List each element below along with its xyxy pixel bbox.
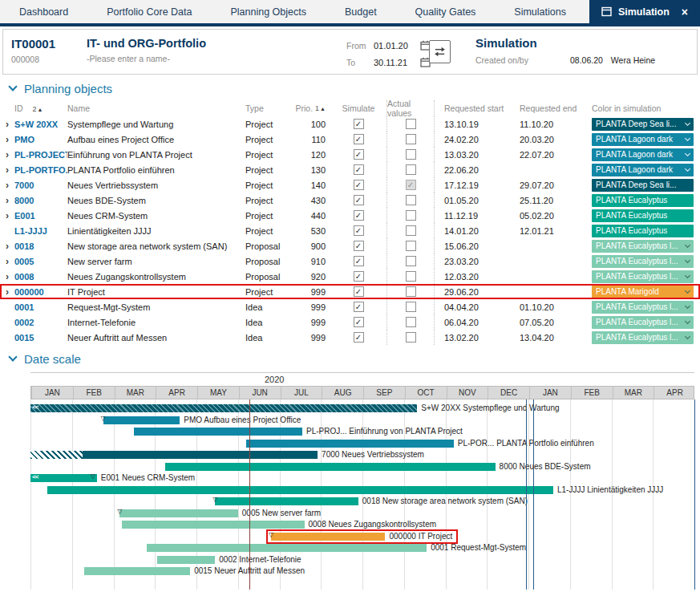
expand-arrow-icon[interactable]: › xyxy=(0,149,14,160)
table-row[interactable]: ›PMOAufbau eines Project OfficeProject11… xyxy=(0,132,700,147)
table-row[interactable]: ›E001Neues CRM-SystemProject440✓11.12.19… xyxy=(0,208,700,223)
gantt-bar[interactable] xyxy=(165,463,495,471)
color-in-simulation-dropdown[interactable]: PLANTA Deep Sea li... xyxy=(592,118,694,131)
color-in-simulation-dropdown[interactable]: PLANTA Eucalyptus xyxy=(592,209,694,222)
col-header-id[interactable]: ID2▲ xyxy=(14,103,67,113)
actual-values-checkbox[interactable] xyxy=(406,271,416,282)
color-in-simulation-dropdown[interactable]: PLANTA Marigold xyxy=(592,286,694,298)
expand-arrow-icon[interactable]: › xyxy=(0,271,14,282)
simulate-checkbox[interactable]: ✓ xyxy=(354,164,364,175)
col-header-requested-start[interactable]: Requested start xyxy=(435,103,518,113)
actual-values-checkbox[interactable] xyxy=(406,119,416,129)
expand-arrow-icon[interactable]: › xyxy=(0,164,14,176)
simulate-checkbox[interactable]: ✓ xyxy=(354,286,364,297)
tab-dashboard[interactable]: Dashboard xyxy=(0,0,87,23)
actual-values-checkbox[interactable] xyxy=(406,149,416,160)
gantt-bar[interactable] xyxy=(83,451,318,459)
tab-portfolio-core-data[interactable]: Portfolio Core Data xyxy=(87,0,211,23)
color-in-simulation-dropdown[interactable]: PLANTA Eucalyptus xyxy=(592,194,694,207)
actual-values-checkbox[interactable]: ✓ xyxy=(406,180,416,190)
from-date-field[interactable]: 01.01.20 xyxy=(374,41,415,51)
table-row[interactable]: 0015Neuer Auftritt auf MessenIdea999✓13.… xyxy=(0,330,700,345)
color-in-simulation-dropdown[interactable]: PLANTA Lagoon dark xyxy=(592,148,694,161)
tab-quality-gates[interactable]: Quality Gates xyxy=(396,0,496,23)
expand-arrow-icon[interactable]: › xyxy=(0,119,14,130)
table-row[interactable]: ›8000Neues BDE-SystemProject430✓01.05.20… xyxy=(0,193,700,208)
expand-arrow-icon[interactable]: › xyxy=(0,286,14,298)
expand-arrow-icon[interactable]: › xyxy=(0,210,14,221)
expand-arrow-icon[interactable]: › xyxy=(0,256,14,267)
col-header-requested-end[interactable]: Requested end xyxy=(518,103,589,113)
simulate-checkbox[interactable]: ✓ xyxy=(354,134,364,144)
color-in-simulation-dropdown[interactable]: PLANTA Eucalyptus l... xyxy=(592,270,694,283)
actual-values-checkbox[interactable] xyxy=(406,317,416,327)
tab-budget[interactable]: Budget xyxy=(326,0,396,23)
color-in-simulation-dropdown[interactable]: PLANTA Eucalyptus l... xyxy=(592,301,694,314)
refresh-button[interactable] xyxy=(429,40,451,63)
expand-arrow-icon[interactable]: › xyxy=(0,180,14,191)
table-row[interactable]: ›000000IT ProjectProject999✓29.06.20PLAN… xyxy=(0,284,700,299)
color-in-simulation-dropdown[interactable]: PLANTA Eucalyptus l... xyxy=(592,316,694,329)
table-row[interactable]: ›S+W 20XXSystempflege und WartungProject… xyxy=(0,116,700,132)
table-row[interactable]: 0002Internet-TelefonieIdea999✓06.04.2007… xyxy=(0,314,700,330)
expand-arrow-icon[interactable]: › xyxy=(0,241,14,252)
table-row[interactable]: ›0018New storage area network system (SA… xyxy=(0,238,700,253)
expand-arrow-icon[interactable]: › xyxy=(0,134,14,145)
simulate-checkbox[interactable]: ✓ xyxy=(354,195,364,205)
col-header-name[interactable]: Name xyxy=(67,103,245,113)
color-in-simulation-dropdown[interactable]: PLANTA Eucalyptus l... xyxy=(592,255,694,268)
table-row[interactable]: ›7000Neues VertriebssystemProject140✓✓17… xyxy=(0,177,700,193)
simulate-checkbox[interactable]: ✓ xyxy=(354,256,364,266)
actual-values-checkbox[interactable] xyxy=(406,210,416,221)
col-header-actual-values[interactable]: Actual values xyxy=(386,100,435,116)
simulate-checkbox[interactable]: ✓ xyxy=(354,241,364,251)
gantt-bar[interactable] xyxy=(103,416,180,424)
color-in-simulation-dropdown[interactable]: PLANTA Eucalyptus xyxy=(592,225,694,237)
table-row[interactable]: ›0005New server farmProposal910✓23.03.20… xyxy=(0,253,700,269)
tab-simulation-active[interactable]: Simulation × xyxy=(589,0,700,23)
expand-arrow-icon[interactable]: › xyxy=(0,195,14,206)
planning-objects-section-header[interactable]: Planning objects xyxy=(0,75,700,100)
color-in-simulation-dropdown[interactable]: PLANTA Eucalyptus l... xyxy=(592,240,694,253)
actual-values-checkbox[interactable] xyxy=(406,225,416,236)
color-in-simulation-dropdown[interactable]: PLANTA Lagoon dark xyxy=(592,164,694,176)
simulate-checkbox[interactable]: ✓ xyxy=(354,225,364,236)
gantt-bar[interactable] xyxy=(30,474,97,482)
simulate-checkbox[interactable]: ✓ xyxy=(354,180,364,190)
actual-values-checkbox[interactable] xyxy=(406,286,416,297)
col-header-type[interactable]: Type xyxy=(245,103,297,113)
simulate-checkbox[interactable]: ✓ xyxy=(354,149,364,160)
date-scale-section-header[interactable]: Date scale xyxy=(0,345,700,371)
tab-simulations[interactable]: Simulations xyxy=(495,0,585,23)
simulate-checkbox[interactable]: ✓ xyxy=(354,302,364,312)
gantt-bar-actual-segment[interactable] xyxy=(30,451,83,459)
gantt-bar[interactable] xyxy=(134,428,302,436)
col-header-color[interactable]: Color in simulation xyxy=(589,103,700,113)
gantt-bar[interactable] xyxy=(30,404,417,412)
table-row[interactable]: ›0008Neues ZugangskontrollsystemProposal… xyxy=(0,269,700,284)
gantt-bar[interactable] xyxy=(246,440,454,448)
actual-values-checkbox[interactable] xyxy=(406,164,416,175)
simulate-checkbox[interactable]: ✓ xyxy=(354,332,364,343)
simulate-checkbox[interactable]: ✓ xyxy=(354,271,364,282)
actual-values-checkbox[interactable] xyxy=(406,195,416,205)
to-date-field[interactable]: 30.11.21 xyxy=(374,58,415,67)
color-in-simulation-dropdown[interactable]: PLANTA Deep Sea li... xyxy=(592,179,694,192)
table-row[interactable]: ›PL-PORTFO...PLANTA Portfolio einführenP… xyxy=(0,162,700,177)
simulate-checkbox[interactable]: ✓ xyxy=(354,119,364,129)
col-header-prio[interactable]: Prio.1▲ xyxy=(297,103,330,113)
table-row[interactable]: 0001Request-Mgt-SystemIdea999✓04.04.2001… xyxy=(0,299,700,314)
actual-values-checkbox[interactable] xyxy=(406,332,416,343)
actual-values-checkbox[interactable] xyxy=(406,134,416,144)
gantt-bar[interactable] xyxy=(157,556,216,564)
actual-values-checkbox[interactable] xyxy=(406,241,416,251)
col-header-simulate[interactable]: Simulate xyxy=(330,100,386,116)
gantt-bar[interactable] xyxy=(147,544,427,552)
actual-values-checkbox[interactable] xyxy=(406,302,416,312)
gantt-bar[interactable] xyxy=(84,567,190,575)
gantt-bar[interactable] xyxy=(215,497,358,505)
simulate-checkbox[interactable]: ✓ xyxy=(354,317,364,327)
gantt-bar[interactable] xyxy=(122,521,305,529)
gantt-bar[interactable] xyxy=(119,509,238,517)
table-row[interactable]: ›PL-PROJECTEinführung von PLANTA Project… xyxy=(0,147,700,162)
